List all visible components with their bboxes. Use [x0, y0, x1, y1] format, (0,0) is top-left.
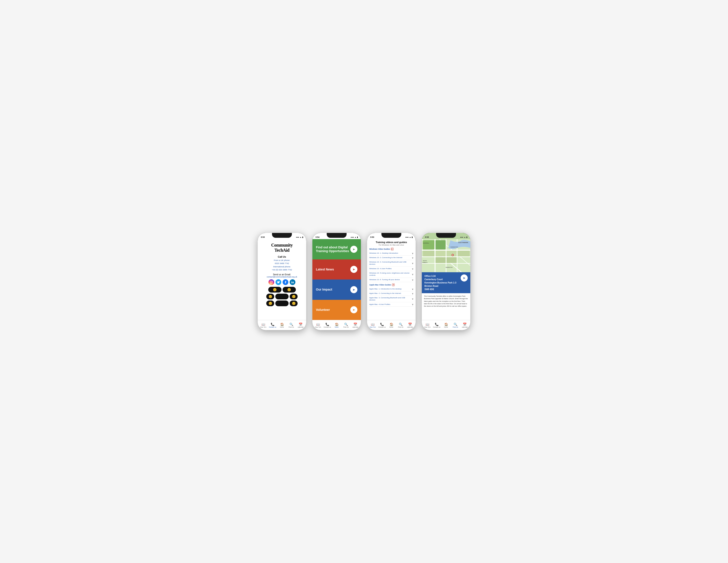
mac-item-2[interactable]: Apple Mac- 2. Connecting to the Internet…: [369, 292, 413, 296]
instagram-icon[interactable]: [268, 279, 274, 285]
svg-rect-3: [291, 282, 292, 283]
twitter-icon[interactable]: [276, 279, 281, 285]
phone-1-notch: [272, 233, 292, 238]
mac-section-header: Apple Mac Video Guides ▶: [369, 284, 413, 286]
home-label-2: home: [335, 326, 339, 328]
nav-calendar-4[interactable]: 📅 calendar: [460, 323, 469, 328]
nav-contact-2[interactable]: 📞 Contact us: [323, 323, 332, 328]
phone-2-content: Find out about Digital Training Opportun…: [312, 239, 361, 320]
windows-section-header: Windows Video Guides ▶: [369, 248, 413, 250]
wifi-icon-2: ▲: [355, 236, 356, 238]
email-link[interactable]: contact@communitytechaid.org.uk: [267, 276, 297, 278]
mac-item-1-text: Apple Mac- 1. Introduction to the deskto…: [369, 288, 411, 290]
home-icon-3: 🏠: [390, 323, 393, 326]
contact-icon-1: 📞: [271, 323, 274, 326]
windows-item-6[interactable]: Windows 10- 6. Turning off your device ∨: [369, 278, 413, 282]
phone-2-notch: [327, 233, 347, 238]
phone-1-bottom-nav: 📖 How To's 📞 Contact us 🏠 home 🔍 Find Us…: [258, 320, 306, 330]
facebook-icon[interactable]: [283, 279, 288, 285]
windows-item-3-text: Windows 10- 3. Connecting Bluetooth and …: [369, 261, 411, 265]
chevron-4: ∨: [412, 267, 413, 270]
howto-label-3: How To's: [370, 326, 376, 328]
nav-findus-2[interactable]: 🔍 Find Us: [341, 323, 351, 328]
chevron-m2: ∨: [412, 292, 413, 295]
phone-3-content: Training videos and guides For Windows 1…: [367, 239, 416, 320]
findus-icon-4: 🔍: [454, 323, 457, 326]
wifi-icon: ▲: [300, 236, 302, 238]
svg-rect-21: [435, 240, 446, 249]
contact-icon-3: 📞: [380, 323, 384, 326]
phone-4-notch: [436, 233, 456, 238]
address-text: Office 3.34 Canterbury Court Kennington …: [424, 274, 461, 291]
intl-number[interactable]: +44 (0) 020 3488 7742: [272, 269, 292, 271]
svg-point-4: [291, 281, 292, 281]
menu-item-volunteer[interactable]: Volunteer ➤: [312, 300, 361, 320]
nav-findus-3[interactable]: 🔍 Find Us: [396, 323, 405, 328]
address-panel: Office 3.34 Canterbury Court Kennington …: [422, 272, 470, 293]
windows-item-3[interactable]: Windows 10- 3. Connecting Bluetooth and …: [369, 260, 413, 267]
battery-icon-2: ▮: [357, 236, 358, 238]
uk-number[interactable]: 0020 3488 7742: [275, 262, 289, 264]
menu-arrow-news: ➤: [350, 266, 357, 273]
howto-icon-2: 📖: [316, 323, 320, 326]
mac-item-3[interactable]: Apple Mac- 3. Connecting Bluetooth and U…: [369, 296, 413, 303]
address-line4: Brixton Road: [424, 285, 438, 287]
call-us-label: Call Us: [278, 255, 286, 258]
phone-4-time: 3:53: [425, 236, 429, 238]
nav-howto-3[interactable]: 📖 How To's: [368, 323, 377, 328]
calendar-label-2: calendar: [352, 326, 358, 328]
nav-calendar-1[interactable]: 📅 calendar: [296, 323, 305, 328]
calendar-icon-4: 📅: [463, 323, 467, 326]
nav-howto-2[interactable]: 📖 How To's: [313, 323, 323, 328]
nav-findus-1[interactable]: 🔍 Find Us: [287, 323, 296, 328]
battery-icon-4: ▮: [466, 236, 467, 238]
nav-findus-4[interactable]: 🔍 Find Us: [451, 323, 460, 328]
nav-howto-1[interactable]: 📖 How To's: [259, 323, 268, 328]
mac-item-1[interactable]: Apple Mac- 1. Introduction to the deskto…: [369, 287, 413, 292]
windows-item-5[interactable]: Windows 10- 5.Using zoom, brightness and…: [369, 271, 413, 278]
nav-calendar-2[interactable]: 📅 calendar: [351, 323, 360, 328]
menu-item-training[interactable]: Find out about Digital Training Opportun…: [312, 239, 361, 259]
emoji-rows: 😊 😊 😊 😊 😊 😊: [261, 287, 303, 306]
nav-calendar-3[interactable]: 📅 calendar: [405, 323, 415, 328]
mac-section-label: Apple Mac Video Guides: [369, 284, 391, 286]
menu-text-impact: Our Impact: [316, 288, 350, 292]
nav-home-4[interactable]: 🏠 home: [441, 323, 451, 328]
phone-4: 3:53 ●●● ▲ ▮: [422, 233, 470, 330]
navigate-button[interactable]: ➤: [461, 274, 468, 282]
nav-home-2[interactable]: 🏠 home: [332, 323, 341, 328]
phone-3: 3:53 ●●● ▲ ▮ Training videos and guides …: [367, 233, 416, 330]
nav-home-1[interactable]: 🏠 home: [277, 323, 287, 328]
mac-item-4[interactable]: Apple Mac- 4.User Profiles ∨: [369, 302, 413, 307]
menu-item-news[interactable]: Latest News ➤: [312, 259, 361, 280]
phone-2-status-icons: ●●● ▲ ▮: [351, 236, 358, 238]
svg-text:VAUXHALL: VAUXHALL: [423, 242, 429, 244]
windows-item-4[interactable]: Windows 10- 4.User Profiles ∨: [369, 267, 413, 271]
svg-rect-19: [458, 250, 470, 256]
nav-contact-4[interactable]: 📞 Contact us: [432, 323, 441, 328]
linkedin-icon[interactable]: [290, 279, 295, 285]
calendar-label-3: calendar: [407, 326, 413, 328]
chevron-m1: ∨: [412, 288, 413, 290]
training-subtitle: For Windows 10, Mac and Linux: [369, 244, 413, 246]
howto-icon-3: 📖: [371, 323, 375, 326]
nav-howto-4[interactable]: 📖 How To's: [423, 323, 432, 328]
logo: Community TechAid: [271, 242, 293, 253]
emoji-3: 😊: [266, 294, 274, 300]
howto-label-2: How To's: [315, 326, 321, 328]
nav-contact-1[interactable]: 📞 Contact us: [268, 323, 277, 328]
menu-item-impact[interactable]: Our Impact ➤: [312, 279, 361, 300]
address-line2: Canterbury Court: [424, 278, 443, 280]
svg-rect-17: [447, 257, 457, 263]
emoji-6: 😊: [266, 301, 274, 306]
nav-contact-3[interactable]: 📞 Contact us: [377, 323, 387, 328]
windows-item-1[interactable]: Windows 10- 1. Desktop Introduction ∨: [369, 251, 413, 256]
findus-icon-2: 🔍: [344, 323, 348, 326]
calendar-icon-3: 📅: [408, 323, 412, 326]
windows-play-icon: ▶: [391, 248, 394, 250]
windows-item-2[interactable]: Windows 10- 2. Connecting to the Interne…: [369, 256, 413, 260]
nav-home-3[interactable]: 🏠 home: [387, 323, 396, 328]
phone-1-status-icons: ●●● ▲ ▮: [296, 236, 303, 238]
howto-icon-1: 📖: [261, 323, 265, 326]
findus-label-1: Find Us: [289, 326, 294, 328]
